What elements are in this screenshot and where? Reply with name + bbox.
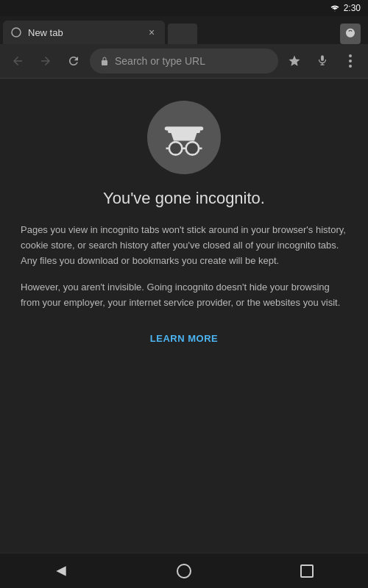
status-time: 2:30 xyxy=(344,3,361,13)
svg-rect-10 xyxy=(165,126,204,130)
new-tab-area xyxy=(168,24,197,44)
url-input[interactable] xyxy=(115,55,268,67)
mic-button[interactable] xyxy=(311,49,334,73)
incognito-icon-circle xyxy=(147,101,221,174)
incognito-paragraph-2: However, you aren't invisible. Going inc… xyxy=(21,280,347,311)
tab-close-button[interactable]: × xyxy=(146,26,158,38)
main-content: You've gone incognito. Pages you view in… xyxy=(0,79,368,553)
home-nav-button[interactable] xyxy=(168,555,200,587)
bookmark-button[interactable] xyxy=(283,49,306,73)
active-tab[interactable]: New tab × xyxy=(3,21,165,44)
wifi-icon xyxy=(330,4,340,12)
status-icons: 2:30 xyxy=(330,3,361,13)
svg-point-5 xyxy=(349,54,352,57)
nav-bar xyxy=(0,553,368,588)
learn-more-button[interactable]: LEARN MORE xyxy=(141,329,227,348)
svg-marker-9 xyxy=(171,133,197,141)
lock-icon xyxy=(100,56,109,66)
address-bar[interactable] xyxy=(90,49,278,74)
incognito-paragraph-1: Pages you view in incognito tabs won't s… xyxy=(21,223,347,268)
more-button[interactable] xyxy=(339,49,362,73)
tab-title: New tab xyxy=(28,27,140,38)
svg-point-0 xyxy=(12,28,21,37)
incognito-badge xyxy=(340,24,361,44)
back-button[interactable] xyxy=(6,49,29,73)
svg-point-12 xyxy=(186,142,199,155)
recents-nav-button[interactable] xyxy=(291,555,323,587)
recents-nav-icon xyxy=(300,564,314,578)
tab-bar-right xyxy=(199,24,365,44)
incognito-illustration xyxy=(158,112,210,163)
back-nav-button[interactable] xyxy=(45,555,77,587)
incognito-title: You've gone incognito. xyxy=(103,189,265,208)
address-bar-row xyxy=(0,44,368,78)
svg-rect-1 xyxy=(102,60,107,65)
forward-button[interactable] xyxy=(34,49,57,73)
status-bar: 2:30 xyxy=(0,0,368,16)
browser-chrome: New tab × xyxy=(0,16,368,79)
tab-bar: New tab × xyxy=(0,16,368,44)
reload-button[interactable] xyxy=(62,49,85,73)
home-nav-icon xyxy=(177,564,191,578)
svg-point-7 xyxy=(349,65,352,68)
svg-marker-16 xyxy=(57,566,66,576)
svg-point-6 xyxy=(349,60,352,62)
tab-favicon xyxy=(10,26,22,38)
svg-rect-2 xyxy=(321,55,324,61)
svg-point-11 xyxy=(169,142,183,155)
